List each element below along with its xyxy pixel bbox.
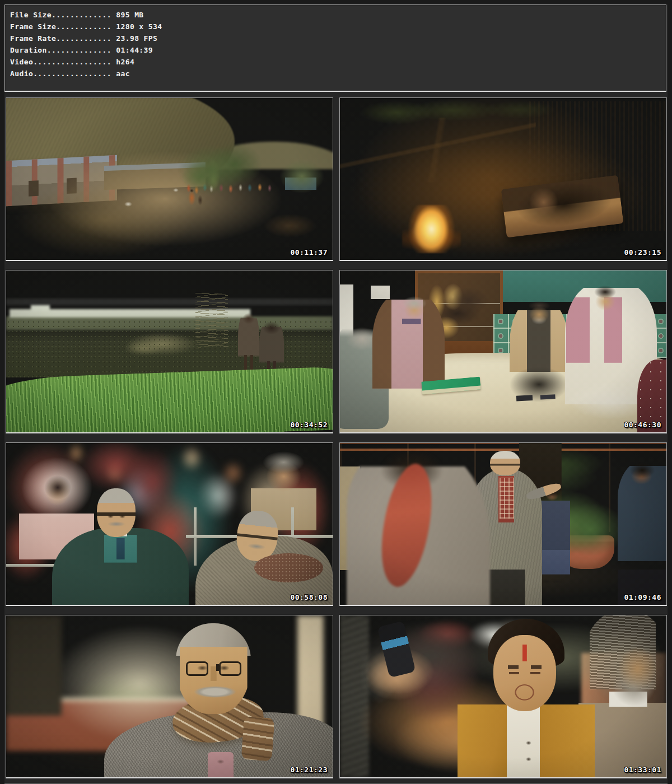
file-info-label: Duration..............	[10, 46, 116, 54]
scene-elderly-face	[176, 623, 251, 714]
screenshot-thumb-4: 00:46:30	[339, 270, 667, 433]
timestamp-overlay: 01:21:23	[290, 766, 328, 774]
timestamp-overlay: 00:34:52	[290, 421, 328, 429]
timestamp-overlay: 01:33:01	[624, 766, 661, 774]
file-info-value: aac	[116, 69, 130, 78]
screenshot-thumb-1: 00:11:37	[6, 97, 333, 261]
file-info-label: Audio.................	[10, 69, 116, 78]
scene-man-navy	[618, 459, 667, 606]
timestamp-overlay: 00:23:15	[624, 248, 661, 256]
screenshot-thumb-3: 00:34:52	[6, 270, 333, 433]
file-info-row-video: Video................. h264	[10, 56, 666, 68]
timestamp-overlay: 01:09:46	[624, 593, 661, 601]
scene-campfire	[402, 205, 461, 254]
scene-man-green-suit	[52, 488, 189, 606]
screenshot-thumb-8: 01:33:01	[339, 615, 667, 778]
file-info-panel: File Size............. 895 MB Frame Size…	[4, 4, 666, 92]
scene-hands-holding-mic	[360, 628, 438, 712]
timestamp-overlay: 00:58:08	[290, 593, 328, 601]
file-info-label: File Size.............	[10, 11, 116, 19]
scene-villagers-trees	[6, 98, 333, 260]
scene-dry-weeds	[195, 293, 228, 348]
scene-green-crop	[6, 366, 333, 433]
file-info-row-duration: Duration.............. 01:44:39	[10, 44, 666, 56]
scene-man-orange-vest	[458, 619, 595, 778]
file-info-label: Frame Size............	[10, 22, 116, 31]
file-info-value: 895 MB	[116, 11, 143, 19]
screenshot-thumb-7: 01:21:23	[6, 615, 333, 778]
file-info-row-framerate: Frame Rate............ 23.98 FPS	[10, 32, 666, 44]
screenshot-thumb-6: 01:09:46	[339, 442, 667, 606]
scene-kid-left	[238, 311, 259, 376]
file-info-row-audio: Audio................. aac	[10, 68, 666, 80]
file-info-label: Frame Rate............	[10, 34, 116, 43]
scene-brown-scarf	[254, 553, 323, 582]
scene-phones	[516, 393, 556, 403]
file-info-row-framesize: Frame Size............ 1280 x 534	[10, 21, 666, 32]
file-info-value: h264	[116, 58, 134, 66]
file-info-value: 01:44:39	[116, 46, 153, 54]
file-info-value: 1280 x 534	[116, 22, 162, 31]
screenshot-thumb-2: 00:23:15	[339, 97, 667, 261]
file-info-row-filesize: File Size............. 895 MB	[10, 9, 666, 21]
file-info-value: 23.98 FPS	[116, 34, 157, 43]
file-info-label: Video.................	[10, 58, 116, 66]
screenshot-grid: 00:11:37 00:23:15 00:34:52 00:46:30	[6, 97, 667, 778]
timestamp-overlay: 00:46:30	[624, 421, 661, 429]
screenshot-thumb-5: 00:58:08	[6, 442, 333, 606]
timestamp-overlay: 00:11:37	[290, 248, 328, 256]
